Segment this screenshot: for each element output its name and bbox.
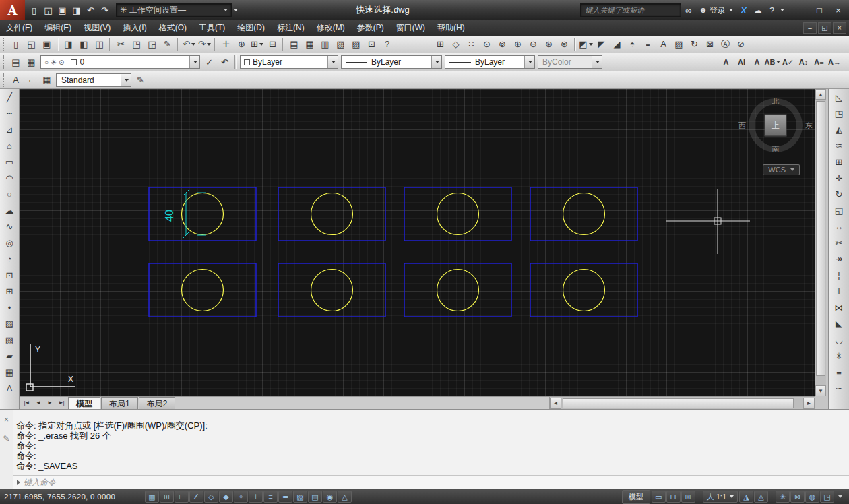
horizontal-scroll-thumb[interactable] — [563, 398, 794, 408]
last-tab-icon[interactable]: ►| — [55, 398, 67, 409]
horizontal-scroll-track[interactable] — [561, 398, 803, 409]
scroll-left-button[interactable]: ◄ — [550, 398, 561, 409]
menu-dimension[interactable]: 标注(N) — [271, 20, 311, 36]
dynamic-input-icon[interactable]: ≡ — [263, 491, 278, 503]
model-space-button[interactable]: 模型 — [622, 490, 650, 504]
block-editor-icon[interactable]: ⊠ — [702, 37, 718, 52]
hatch-icon[interactable]: ▨ — [1, 315, 18, 332]
layout-tab-layout1[interactable]: 布局1 — [101, 397, 138, 409]
workspace-dropdown[interactable]: ✳ 工作空间设置— — [116, 3, 232, 17]
zoom-scale-icon[interactable]: ∷ — [464, 37, 479, 52]
region-icon[interactable]: ▰ — [1, 348, 18, 364]
toolbar-grip[interactable] — [3, 73, 5, 87]
clean-screen-icon[interactable]: ◳ — [820, 491, 834, 503]
vertical-scroll-track[interactable] — [815, 100, 826, 385]
viewcube-north[interactable]: 北 — [772, 96, 780, 106]
layout-tab-model[interactable]: 模型 — [68, 397, 100, 409]
edit-text-icon[interactable]: A — [749, 55, 765, 69]
menu-modify[interactable]: 修改(M) — [311, 20, 351, 36]
dimension-text[interactable]: 40 — [164, 210, 175, 222]
text-justify-icon[interactable]: A≡ — [811, 55, 827, 69]
zoom-window-icon[interactable]: ⊞ — [249, 37, 265, 52]
vertical-scroll-thumb[interactable] — [816, 101, 825, 376]
drawn-rectangle[interactable] — [278, 263, 385, 317]
toolbar-grip[interactable] — [3, 38, 5, 51]
mtext-icon[interactable]: A — [718, 55, 734, 69]
menu-format[interactable]: 格式(O) — [153, 20, 193, 36]
open-icon[interactable]: ◱ — [41, 3, 55, 18]
bring-above-objects-icon[interactable]: ◓ — [625, 37, 640, 52]
dynamic-ucs-icon[interactable]: ⊥ — [249, 491, 263, 503]
wcs-dropdown[interactable]: WCS — [763, 164, 800, 175]
make-block-icon[interactable]: ⊞ — [1, 283, 18, 299]
doc-restore-icon[interactable]: ◱ — [818, 22, 831, 34]
drawn-circle[interactable] — [311, 193, 353, 235]
annotation-visibility-icon[interactable]: ◮ — [739, 491, 753, 503]
object-snap-tracking-icon[interactable]: ⌖ — [234, 491, 248, 503]
exchange-apps-icon[interactable]: X — [736, 3, 751, 18]
redo-icon[interactable]: ↷ — [197, 37, 212, 52]
zoom-window-fly-icon[interactable]: ⊞ — [433, 37, 448, 52]
grid-display-icon[interactable]: ⊞ — [160, 491, 174, 503]
undo-icon[interactable]: ↶ — [84, 3, 98, 18]
viewcube-west[interactable]: 西 — [738, 121, 746, 131]
viewcube-south[interactable]: 南 — [772, 144, 780, 154]
toolbar-grip[interactable] — [3, 55, 5, 69]
explode-icon[interactable]: ✳ — [831, 348, 847, 364]
rectangle-icon[interactable]: ▭ — [1, 154, 18, 170]
text-style-combo[interactable]: Standard — [56, 73, 131, 87]
spline-icon[interactable]: ∿ — [1, 218, 18, 234]
first-tab-icon[interactable]: |◄ — [21, 398, 32, 409]
lineweight-combo-dropdown-button[interactable] — [524, 56, 534, 68]
command-tools-icon[interactable]: ✎ — [1, 433, 12, 444]
join-icon[interactable]: ⋈ — [831, 299, 847, 315]
scroll-right-button[interactable]: ► — [803, 398, 815, 409]
transparency-icon[interactable]: ▨ — [293, 491, 307, 503]
color-combo[interactable]: ByLayer — [240, 55, 338, 69]
extend-icon[interactable]: ↠ — [831, 251, 847, 267]
gradient-icon[interactable]: ▧ — [1, 332, 18, 348]
annotation-autoscale-icon[interactable]: ◬ — [754, 491, 768, 503]
dimension-style-manager-icon[interactable]: ⌐ — [24, 73, 39, 88]
drawing-canvas[interactable]: 40YX 北 南 西 东 上 WCS — [20, 89, 815, 396]
quick-view-layouts-icon[interactable]: ⊟ — [666, 491, 681, 503]
construction-line-icon[interactable]: ┄ — [1, 105, 18, 121]
toolbar-lock-icon[interactable]: ⊠ — [790, 491, 805, 503]
help-chevron-icon[interactable] — [780, 9, 784, 11]
layer-states-manager-icon[interactable]: ▦ — [24, 55, 39, 69]
drawn-circle[interactable] — [437, 270, 479, 311]
arc-icon[interactable]: ◠ — [1, 170, 18, 186]
layout-tab-layout2[interactable]: 布局2 — [139, 397, 176, 409]
lineweight-combo[interactable]: ByLayer — [445, 55, 535, 69]
app-logo[interactable]: A — [0, 0, 25, 20]
blend-curves-icon[interactable]: ∽ — [831, 380, 847, 396]
annotation-monitor-icon[interactable]: △ — [338, 491, 352, 503]
plot-preview-icon[interactable]: ◧ — [76, 37, 92, 52]
viewcube-east[interactable]: 东 — [805, 121, 813, 131]
polygon-icon[interactable]: ⌂ — [1, 137, 18, 154]
polar-tracking-icon[interactable]: ∠ — [189, 491, 203, 503]
quickcalc-icon[interactable]: ⊡ — [364, 37, 379, 52]
command-input[interactable] — [24, 478, 239, 487]
offset-icon[interactable]: ≋ — [831, 137, 847, 154]
style-paint-icon[interactable]: ✎ — [133, 73, 148, 88]
coordinate-readout[interactable]: 2171.6985, 7655.2620, 0.0000 — [4, 493, 144, 501]
copy-clip-icon[interactable]: ◳ — [129, 37, 144, 52]
horizontal-scrollbar[interactable]: ◄ ► — [549, 397, 815, 409]
line-icon[interactable]: ╱ — [1, 89, 18, 105]
trim-icon[interactable]: ✂ — [831, 234, 847, 251]
open-icon[interactable]: ◱ — [24, 37, 39, 52]
circle-icon[interactable]: ○ — [1, 186, 18, 202]
command-window[interactable]: ×✎ 命令: 指定对角点或 [栏选(F)/圈围(WP)/圈交(CP)]:命令: … — [0, 409, 849, 489]
match-properties-icon[interactable]: ✎ — [160, 37, 175, 52]
single-line-text-icon[interactable]: AI — [734, 55, 749, 69]
copy-icon[interactable]: ◳ — [831, 105, 847, 121]
ucs-x-label[interactable]: X — [68, 375, 73, 384]
publish-icon[interactable]: ◫ — [92, 37, 107, 52]
point-icon[interactable]: • — [1, 299, 18, 315]
draworder-icon[interactable]: ◩ — [578, 37, 594, 52]
object-snap-3d-icon[interactable]: ◆ — [219, 491, 233, 503]
zoom-in-icon[interactable]: ⊕ — [510, 37, 526, 52]
ucs-origin-box[interactable] — [26, 384, 33, 391]
zoom-realtime-icon[interactable]: ⊕ — [234, 37, 249, 52]
